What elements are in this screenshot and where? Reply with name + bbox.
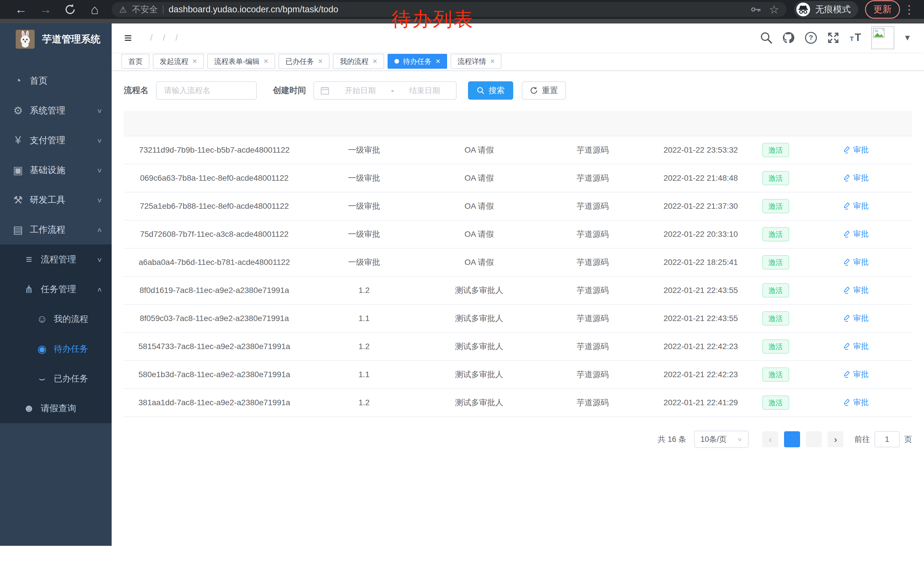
close-icon[interactable]: ×: [318, 57, 322, 65]
status-badge: 激活: [762, 255, 789, 269]
menu-item[interactable]: ☺ 我的流程: [0, 304, 112, 334]
view-tab[interactable]: 待办任务 ×: [388, 54, 447, 69]
incognito-badge: 无痕模式: [794, 1, 858, 18]
update-button[interactable]: 更新: [865, 0, 900, 19]
process-cell: 测试多审批人: [423, 285, 535, 296]
approve-link[interactable]: 审批: [843, 369, 868, 380]
calendar-icon: [320, 86, 330, 95]
menu-item[interactable]: ¥ 支付管理 ∨: [0, 125, 112, 155]
avatar[interactable]: [872, 26, 894, 49]
approve-link[interactable]: 审批: [843, 285, 868, 295]
breadcrumb-item[interactable]: [145, 33, 153, 43]
approve-link[interactable]: 审批: [843, 229, 868, 239]
menu-item[interactable]: ▤ 工作流程 ∧: [0, 215, 112, 245]
close-icon[interactable]: ×: [372, 57, 377, 65]
menu-item[interactable]: ≡ 流程管理 ∨: [0, 245, 112, 274]
approve-link[interactable]: 审批: [843, 397, 868, 407]
menu-item[interactable]: ▣ 基础设施 ∨: [0, 155, 112, 185]
task-id-cell: a6aba0a4-7b6d-11ec-b781-acde48001122: [124, 258, 305, 267]
task-name-cell: 一级审批: [305, 173, 423, 183]
menu-item[interactable]: ⚙ 系统管理 ∨: [0, 96, 112, 125]
prev-page-button[interactable]: ‹: [762, 431, 778, 447]
fullscreen-icon[interactable]: [826, 31, 840, 44]
search-icon[interactable]: [760, 31, 773, 44]
menu-item[interactable]: ◔ 首页: [0, 66, 112, 96]
goto-page-input[interactable]: [874, 431, 900, 447]
dashboard-icon: ◔: [12, 75, 25, 87]
close-icon[interactable]: ×: [490, 57, 495, 65]
forward-icon[interactable]: →: [33, 3, 58, 17]
approve-link[interactable]: 审批: [843, 173, 868, 183]
view-tab[interactable]: 发起流程 ×: [153, 54, 204, 69]
reset-button-label: 重置: [542, 85, 558, 96]
process-name-input[interactable]: [156, 81, 257, 100]
menu-item[interactable]: ⚒ 研发工具 ∨: [0, 185, 112, 215]
reset-button[interactable]: 重置: [522, 81, 566, 100]
menu-item-label: 流程管理: [40, 254, 97, 266]
tag-tabs: 首页 发起流程 × 流程表单-编辑 × 已办任务 × 我的流程: [112, 52, 924, 71]
process-cell: 测试多审批人: [423, 369, 535, 380]
avatar-caret-icon[interactable]: ▼: [903, 33, 911, 42]
task-name-cell: 1.2: [305, 398, 423, 407]
task-id-cell: 725a1eb6-7b88-11ec-8ef0-acde48001122: [124, 201, 305, 211]
status-badge: 激活: [762, 339, 789, 354]
filter-form: 流程名 创建时间 开始日期 - 结束日期: [124, 81, 912, 100]
close-icon[interactable]: ×: [436, 57, 440, 65]
task-id-cell: 8f0d1619-7ac8-11ec-a9e2-a2380e71991a: [124, 286, 305, 295]
active-dot: [394, 59, 399, 63]
create-time-cell: 2022-01-22 21:48:48: [650, 174, 752, 183]
search-button[interactable]: 搜索: [468, 81, 513, 100]
breadcrumb-item[interactable]: [170, 33, 178, 43]
menu-item[interactable]: ◉ 待办任务: [0, 334, 112, 364]
approve-link[interactable]: 审批: [843, 313, 868, 323]
menu-item-label: 基础设施: [30, 164, 97, 176]
approve-link[interactable]: 审批: [843, 201, 868, 211]
task-name-cell: 一级审批: [305, 257, 423, 268]
help-icon[interactable]: ?: [804, 31, 818, 44]
view-tab[interactable]: 流程详情 ×: [450, 54, 501, 69]
key-icon[interactable]: [750, 4, 761, 15]
home-icon[interactable]: ⌂: [82, 2, 107, 17]
view-tab[interactable]: 流程表单-编辑 ×: [207, 54, 275, 69]
chevron-down-icon: ∨: [737, 437, 742, 442]
chevron-down-icon: ∨: [97, 256, 103, 263]
app-title: 芋道管理系统: [42, 33, 100, 46]
close-icon[interactable]: ×: [264, 57, 268, 65]
view-tab[interactable]: 首页: [122, 54, 149, 69]
approve-link[interactable]: 审批: [843, 341, 868, 351]
approve-link[interactable]: 审批: [843, 257, 868, 267]
starter-cell: 芋道源码: [535, 173, 650, 183]
goto-label: 前往: [855, 434, 870, 444]
svg-text:T: T: [850, 35, 854, 42]
bookmark-star-icon[interactable]: ☆: [769, 3, 779, 16]
menu-item[interactable]: ☻ 请假查询: [0, 393, 112, 423]
back-icon[interactable]: ←: [9, 3, 33, 17]
view-tab[interactable]: 已办任务 ×: [279, 54, 330, 69]
menu-item[interactable]: ⋔ 任务管理 ∧: [0, 274, 112, 304]
process-cell: OA 请假: [423, 257, 535, 268]
breadcrumb-item[interactable]: [158, 33, 165, 43]
view-tab[interactable]: 我的流程 ×: [333, 54, 384, 69]
browser-menu-icon[interactable]: ⋮: [903, 3, 915, 16]
pen-icon: [843, 258, 851, 266]
starter-cell: 芋道源码: [535, 397, 650, 408]
github-icon[interactable]: [782, 31, 795, 44]
close-icon[interactable]: ×: [192, 57, 197, 65]
status-badge: 激活: [762, 283, 789, 297]
starter-cell: 芋道源码: [535, 145, 650, 156]
reload-icon[interactable]: [58, 3, 82, 15]
table-row: a6aba0a4-7b6d-11ec-b781-acde48001122 一级审…: [124, 249, 912, 277]
date-range-separator: -: [391, 86, 394, 95]
font-size-icon[interactable]: T T: [849, 31, 862, 44]
incognito-label: 无痕模式: [815, 3, 851, 15]
page-number-button[interactable]: [806, 431, 822, 447]
menu-item[interactable]: ⌣ 已办任务: [0, 364, 112, 393]
page-size-select[interactable]: 10条/页 ∨: [694, 431, 748, 448]
next-page-button[interactable]: ›: [828, 431, 844, 447]
pen-icon: [843, 286, 851, 294]
approve-link[interactable]: 审批: [843, 145, 868, 155]
sidebar-collapse-icon[interactable]: ≡: [124, 30, 132, 45]
date-range-picker[interactable]: 开始日期 - 结束日期: [314, 81, 456, 100]
process-cell: OA 请假: [423, 229, 535, 240]
page-number-button[interactable]: [784, 431, 800, 447]
